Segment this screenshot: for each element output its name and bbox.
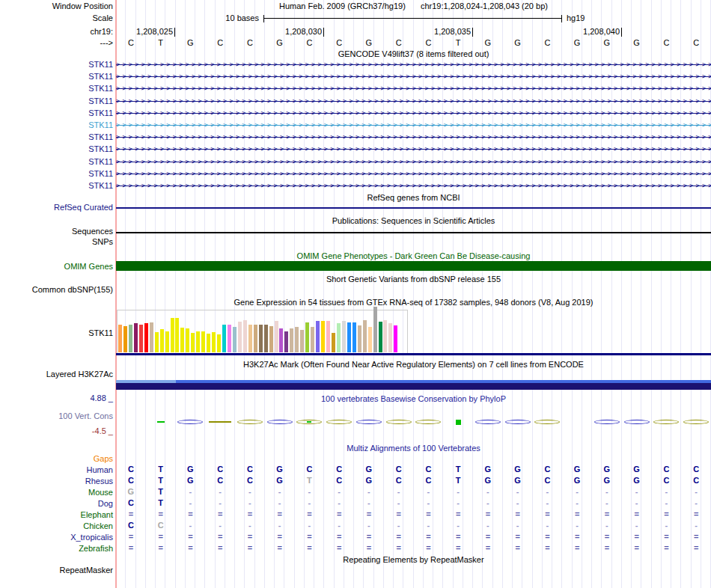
gtex-tissue-bar[interactable] (373, 307, 377, 352)
alignment-base: = (515, 509, 519, 519)
alignment-base: - (516, 498, 519, 508)
alignment-base: = (158, 532, 162, 542)
alignment-base: G (276, 476, 283, 486)
gtex-tissue-bar[interactable] (134, 323, 138, 352)
gtex-tissue-bar[interactable] (332, 333, 335, 352)
gene-transcript-arrows[interactable]: >>>>>>>>>>>>>>>>>>>>>>>>>>>>>>>>>>>>>>>>… (116, 170, 711, 178)
gtex-axis-line (116, 353, 711, 355)
gtex-tissue-bar[interactable] (254, 325, 257, 352)
gtex-tissue-bar[interactable] (379, 322, 382, 352)
gtex-tissue-bar[interactable] (248, 325, 252, 352)
gene-transcript-arrows[interactable]: >>>>>>>>>>>>>>>>>>>>>>>>>>>>>>>>>>>>>>>>… (116, 109, 711, 117)
alignment-base: C (693, 465, 699, 474)
omim-gene-bar[interactable] (116, 261, 711, 271)
gtex-tissue-bar[interactable] (228, 325, 231, 352)
publications-track-title: Publications: Sequences in Scientific Ar… (116, 216, 711, 226)
gtex-tissue-bar[interactable] (139, 325, 143, 352)
gtex-tissue-bar[interactable] (191, 333, 195, 352)
alignment-base: = (545, 543, 549, 553)
gtex-tissue-bar[interactable] (259, 325, 263, 352)
gene-transcript-arrows[interactable]: >>>>>>>>>>>>>>>>>>>>>>>>>>>>>>>>>>>>>>>>… (116, 133, 711, 141)
gtex-tissue-bar[interactable] (233, 327, 237, 352)
alignment-base: - (308, 521, 311, 530)
gtex-tissue-bar[interactable] (238, 322, 242, 352)
gtex-tissue-bar[interactable] (337, 323, 341, 352)
gtex-tissue-bar[interactable] (144, 323, 148, 352)
gtex-tissue-bar[interactable] (165, 331, 169, 352)
alignment-base: T (158, 487, 163, 497)
gene-transcript-arrows[interactable]: >>>>>>>>>>>>>>>>>>>>>>>>>>>>>>>>>>>>>>>>… (116, 97, 711, 105)
gtex-tissue-bar[interactable] (123, 326, 127, 352)
alignment-base: = (396, 543, 400, 553)
gene-row-label: STK11 (0, 169, 113, 179)
gtex-tissue-bar[interactable] (326, 321, 330, 352)
gtex-tissue-bar[interactable] (118, 325, 122, 352)
refseq-gene-bar[interactable] (116, 207, 711, 209)
alignment-base: - (427, 498, 430, 508)
gtex-tissue-bar[interactable] (207, 334, 210, 352)
alignment-base: G (633, 465, 640, 474)
ruler-tick-mark (472, 28, 473, 37)
gtex-tissue-bar[interactable] (180, 328, 184, 352)
gtex-tissue-bar[interactable] (243, 320, 247, 352)
gtex-tissue-bar[interactable] (275, 321, 278, 352)
gtex-tissue-bar[interactable] (347, 322, 351, 352)
alignment-base: = (664, 509, 668, 519)
alignment-base: = (307, 532, 311, 542)
gtex-tissue-bar[interactable] (201, 331, 205, 352)
gtex-tissue-bar[interactable] (186, 328, 189, 352)
dna-base: T (158, 38, 163, 47)
gtex-tissue-bar[interactable] (150, 322, 153, 352)
gtex-tissue-bar[interactable] (269, 326, 273, 352)
gtex-tissue-bar[interactable] (160, 329, 164, 352)
gtex-tissue-bar[interactable] (394, 325, 397, 352)
gene-transcript-arrows[interactable]: >>>>>>>>>>>>>>>>>>>>>>>>>>>>>>>>>>>>>>>>… (116, 145, 711, 153)
gene-transcript-arrows[interactable]: >>>>>>>>>>>>>>>>>>>>>>>>>>>>>>>>>>>>>>>>… (116, 73, 711, 81)
conservation-track-title: 100 vertebrates Basewise Conservation by… (116, 394, 711, 404)
gtex-tissue-bar[interactable] (171, 318, 174, 352)
gene-transcript-arrows[interactable]: >>>>>>>>>>>>>>>>>>>>>>>>>>>>>>>>>>>>>>>>… (116, 61, 711, 69)
gtex-tissue-bar[interactable] (363, 320, 367, 352)
gtex-tissue-bar[interactable] (300, 330, 304, 352)
dna-base: C (247, 38, 253, 47)
alignment-base: - (457, 521, 460, 530)
gtex-tissue-bar[interactable] (358, 325, 361, 352)
gtex-tissue-bar[interactable] (383, 320, 387, 352)
gtex-tissue-bar[interactable] (295, 327, 299, 352)
gtex-tissue-bar[interactable] (217, 334, 221, 352)
alignment-base: = (664, 543, 668, 553)
gtex-tissue-bar[interactable] (321, 321, 325, 352)
alignment-base: = (486, 543, 490, 553)
gtex-tissue-bar[interactable] (155, 332, 159, 352)
gtex-tissue-bar[interactable] (129, 325, 132, 352)
gtex-tissue-bar[interactable] (368, 327, 372, 352)
gene-transcript-arrows[interactable]: >>>>>>>>>>>>>>>>>>>>>>>>>>>>>>>>>>>>>>>>… (116, 158, 711, 166)
gene-transcript-arrows[interactable]: >>>>>>>>>>>>>>>>>>>>>>>>>>>>>>>>>>>>>>>>… (116, 121, 711, 129)
gtex-tissue-bar[interactable] (175, 318, 179, 352)
gtex-tissue-bar[interactable] (222, 325, 226, 352)
alignment-base: C (306, 465, 312, 474)
sequences-item-bar[interactable] (116, 232, 711, 233)
gtex-tissue-bar[interactable] (353, 322, 356, 352)
gtex-tissue-bar[interactable] (284, 331, 288, 352)
alignment-base: C (544, 476, 550, 486)
gtex-tissue-bar[interactable] (311, 327, 314, 352)
species-label-elephant: Elephant (0, 510, 113, 520)
gtex-tissue-bar[interactable] (342, 321, 346, 352)
gtex-tissue-bar[interactable] (316, 321, 320, 352)
gtex-tissue-bar[interactable] (196, 331, 200, 352)
gtex-tissue-bar[interactable] (290, 328, 293, 352)
alignment-base: G (187, 465, 194, 474)
gene-transcript-arrows[interactable]: >>>>>>>>>>>>>>>>>>>>>>>>>>>>>>>>>>>>>>>>… (116, 182, 711, 190)
dna-base: G (187, 38, 194, 47)
gtex-tissue-bar[interactable] (264, 325, 268, 352)
gene-transcript-arrows[interactable]: >>>>>>>>>>>>>>>>>>>>>>>>>>>>>>>>>>>>>>>>… (116, 85, 711, 93)
gtex-tissue-bar[interactable] (388, 323, 392, 352)
alignment-base: = (248, 543, 252, 553)
gtex-tissue-bar[interactable] (279, 328, 283, 352)
gtex-tissue-bar[interactable] (212, 332, 216, 352)
alignment-base: - (695, 521, 698, 530)
alignment-base: = (605, 543, 609, 553)
gtex-tissue-bar[interactable] (305, 322, 309, 352)
conservation-mark (624, 420, 650, 424)
